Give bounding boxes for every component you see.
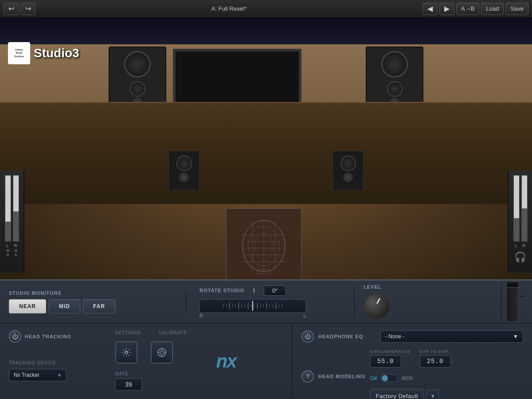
tracking-device-dropdown[interactable]: Nx Tracker ▼ [9, 369, 66, 381]
units-toggle[interactable] [380, 374, 398, 382]
rate-section: RATE 39 [115, 372, 195, 391]
rotate-indicator: I [253, 287, 255, 294]
headphone-eq-dropdown[interactable]: - None - ▼ [380, 330, 523, 343]
cable-cord [519, 296, 525, 297]
rotate-l-label: L [303, 313, 306, 318]
head-tracking-section: ⏻ HEAD TRACKING TRACKING DEVICE Nx Track… [9, 330, 106, 392]
tracking-device-label: TRACKING DEVICE [9, 360, 106, 365]
desk-cone-right [340, 156, 356, 171]
tick14 [263, 304, 264, 308]
tick4 [232, 304, 233, 308]
tick18 [276, 303, 276, 309]
tick20 [282, 304, 282, 308]
factory-default-dropdown-button[interactable]: ▼ [426, 390, 439, 399]
monitors-label: STUDIO MONITORS [9, 290, 176, 296]
vu-rr-label: R [523, 243, 526, 248]
headphone-eq-select-group: - None - ▼ [380, 330, 523, 343]
calibrate-icon [156, 347, 167, 358]
tick8 [245, 304, 245, 308]
head-wireframe-svg [239, 217, 288, 275]
spacer [9, 346, 106, 355]
desk-tweeter-left [180, 173, 188, 182]
ab-button[interactable]: A→B [456, 3, 479, 15]
redo-button[interactable]: ↪ [20, 3, 35, 15]
vu-lr-right-labels: L R [512, 243, 528, 248]
tick13 [260, 304, 261, 308]
svg-point-12 [125, 351, 128, 354]
load-button[interactable]: Load [481, 3, 504, 15]
far-button[interactable]: FAR [83, 299, 115, 313]
factory-default-button[interactable]: Factory Default [370, 389, 424, 399]
monitors-buttons: NEAR MID FAR [9, 299, 176, 313]
next-preset-button[interactable]: ▶ [439, 3, 454, 15]
desk-speaker-right [332, 151, 364, 191]
vu-ms-labels: M M [4, 249, 20, 253]
studio-monitors-section: STUDIO MONITORS NEAR MID FAR [9, 290, 186, 313]
tick9 [248, 303, 248, 309]
head-tracking-power-button[interactable]: ⏻ [9, 330, 21, 343]
desk-cone-left [176, 156, 192, 171]
tick12 [257, 303, 258, 309]
undo-button[interactable]: ↩ [4, 3, 19, 15]
units-toggle-knob [382, 375, 388, 381]
headphone-icon: 🎧 [514, 251, 526, 263]
tick1 [223, 304, 223, 308]
bottom-right-section: ⏻ HEADPHONE EQ - None - ▼ ? HEAD MODELIN… [293, 324, 532, 399]
save-button[interactable]: Save [505, 3, 528, 15]
near-button[interactable]: NEAR [9, 299, 46, 313]
rotate-needle [252, 301, 253, 311]
desk-speaker-left [168, 151, 200, 191]
rotate-value: 0° [264, 286, 286, 296]
rate-label: RATE [115, 372, 195, 376]
settings-button[interactable] [115, 341, 137, 364]
mid-button[interactable]: MID [49, 299, 80, 313]
rotate-header: ROTATE STUDIO I 0° [200, 286, 340, 296]
head-modeling-preset-row: Factory Default ▼ [370, 389, 439, 399]
vu-r-label: R [14, 243, 17, 248]
vu-bars-right [513, 175, 528, 242]
prev-preset-button[interactable]: ◀ [422, 3, 438, 15]
calibrate-button[interactable] [151, 341, 173, 364]
headphone-eq-value: - None - [385, 333, 404, 340]
tracking-device-value: Nx Tracker [14, 372, 39, 378]
head-tracking-label: HEAD TRACKING [25, 334, 71, 339]
toolbar: ↩ ↪ A: Full Reset* ◀ ▶ A→B Load Save [0, 0, 532, 18]
circumference-value[interactable]: 55.0 [370, 355, 401, 368]
head-modeling-row: ? HEAD MODELING CIRCUMFERENCE 55.0 EAR T… [301, 349, 523, 399]
speaker-mid-left [130, 81, 145, 97]
factory-default-label: Factory Default [376, 393, 419, 399]
head-modeling-help-button[interactable]: ? [301, 370, 314, 383]
nx-logo-area: nx [204, 330, 248, 392]
cable-area [502, 282, 523, 322]
controls-top-row: STUDIO MONITORS NEAR MID FAR ROTATE STUD… [0, 281, 532, 324]
settings-calibrate-buttons [115, 341, 195, 364]
cm-label: CM [370, 376, 377, 381]
vu-rl-label: L [515, 243, 517, 248]
vu-meter-left: L R M M S S [0, 171, 24, 273]
settings-label: SETTINGS [115, 330, 141, 335]
bottom-controls: ⏻ HEAD TRACKING TRACKING DEVICE Nx Track… [0, 324, 532, 399]
rotate-slider[interactable] [200, 299, 306, 313]
headphone-eq-label: HEADPHONE EQ [318, 334, 376, 339]
vu-bar-rr [521, 175, 528, 242]
headphone-eq-arrow: ▼ [513, 333, 518, 340]
settings-calibrate-section: SETTINGS CALIBRATE [115, 330, 195, 392]
level-label: LEVEL [364, 284, 381, 289]
vu-m-label: M [6, 249, 9, 253]
headphone-eq-power-button[interactable]: ⏻ [301, 330, 314, 343]
head-measurements: CIRCUMFERENCE 55.0 EAR TO EAR 25.0 CM [370, 349, 524, 399]
tick10 [251, 304, 251, 308]
abbey-road-icon: AbbeyRoadStudios [8, 42, 30, 64]
desk-tweeter-right [344, 173, 352, 182]
ear-to-ear-value[interactable]: 25.0 [420, 355, 451, 368]
tick6 [239, 303, 239, 309]
plug-tip [507, 282, 518, 288]
tick2 [226, 304, 227, 308]
head-tracking-visual [226, 208, 301, 279]
rotate-r-label: R [200, 313, 203, 318]
speaker-woofer-left [124, 51, 151, 78]
studio3-text: Studio3 [34, 46, 79, 60]
tick11 [254, 304, 254, 308]
level-knob[interactable] [364, 293, 390, 320]
tracking-device-arrow: ▼ [57, 373, 62, 378]
